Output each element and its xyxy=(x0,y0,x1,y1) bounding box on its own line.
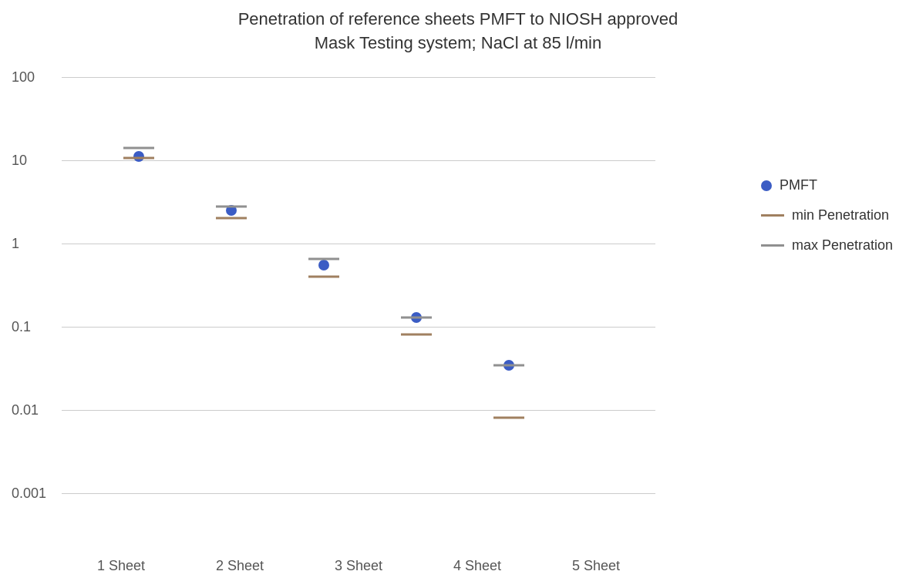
x-label-3sheet: 3 Sheet xyxy=(335,558,382,574)
bar-max-5sheet xyxy=(493,365,524,367)
chart-area: 100 10 1 0.1 0.01 0.001 1 Sheet 2 Sheet … xyxy=(62,77,655,539)
x-label-5sheet: 5 Sheet xyxy=(572,558,620,574)
grid-line-001: 0.01 xyxy=(62,410,655,411)
bar-min-4sheet xyxy=(401,334,432,336)
grid-line-100: 100 xyxy=(62,77,655,78)
y-label-100: 100 xyxy=(12,69,35,86)
bar-max-3sheet xyxy=(308,258,339,260)
y-label-001: 0.01 xyxy=(12,402,39,418)
bar-max-2sheet xyxy=(216,206,247,208)
bar-max-1sheet xyxy=(123,147,154,150)
legend-max-dash xyxy=(761,244,784,247)
legend: PMFT min Penetration max Penetration xyxy=(761,177,893,254)
y-label-0001: 0.001 xyxy=(12,486,46,502)
y-label-10: 10 xyxy=(12,153,27,169)
legend-min: min Penetration xyxy=(761,207,893,223)
x-label-1sheet: 1 Sheet xyxy=(97,558,145,574)
chart-title: Penetration of reference sheets PMFT to … xyxy=(0,0,916,55)
dot-3sheet xyxy=(318,260,329,270)
legend-min-label: min Penetration xyxy=(792,207,889,223)
y-label-1: 1 xyxy=(12,236,19,252)
bar-min-2sheet xyxy=(216,217,247,220)
grid-line-0001: 0.001 xyxy=(62,493,655,494)
legend-pmft: PMFT xyxy=(761,177,893,193)
x-label-2sheet: 2 Sheet xyxy=(216,558,264,574)
y-label-01: 0.1 xyxy=(12,319,31,335)
legend-min-dash xyxy=(761,214,784,217)
legend-max-label: max Penetration xyxy=(792,237,893,254)
legend-pmft-dot xyxy=(761,180,772,191)
grid-line-10: 10 xyxy=(62,160,655,161)
x-label-4sheet: 4 Sheet xyxy=(453,558,501,574)
x-labels: 1 Sheet 2 Sheet 3 Sheet 4 Sheet 5 Sheet xyxy=(62,558,655,574)
legend-max: max Penetration xyxy=(761,237,893,254)
bar-min-5sheet xyxy=(493,417,524,419)
title-line1: Penetration of reference sheets PMFT to … xyxy=(0,8,916,32)
grid-line-1: 1 xyxy=(62,244,655,244)
bar-min-3sheet xyxy=(308,276,339,278)
chart-wrapper: Penetration of reference sheets PMFT to … xyxy=(0,0,916,588)
title-line2: Mask Testing system; NaCl at 85 l/min xyxy=(0,32,916,55)
grid-line-01: 0.1 xyxy=(62,327,655,328)
bar-max-4sheet xyxy=(401,317,432,319)
bar-min-1sheet xyxy=(123,157,154,160)
legend-pmft-label: PMFT xyxy=(780,177,817,193)
